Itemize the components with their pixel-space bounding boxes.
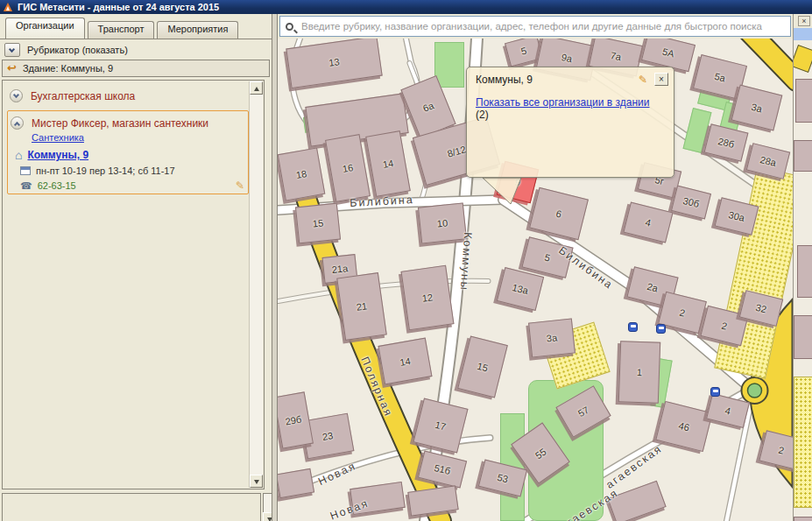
org-title: Мистер Фиксер, магазин сантехники [32, 117, 208, 130]
tab-transport[interactable]: Транспорт [88, 21, 155, 39]
rubricator-row[interactable]: Рубрикатор (показать) [2, 41, 270, 59]
map-building-12[interactable]: 12 [401, 265, 455, 331]
search-bar [278, 14, 793, 39]
building-filter-row[interactable]: ↩ Здание: Коммуны, 9 [2, 60, 270, 77]
title-bar: ГИС Метасити - данные от 24 августа 2015 [0, 0, 812, 14]
strip-close-button[interactable]: × [798, 16, 810, 26]
sidebar: Организации Транспорт Мероприятия Рубрик… [0, 14, 272, 521]
map-building-18[interactable]: 18 [278, 147, 325, 201]
building-filter-label: Здание: Коммуны, 9 [23, 63, 113, 74]
tab-organizations[interactable]: Организации [5, 18, 85, 39]
scroll-up-button[interactable] [250, 81, 263, 95]
tab-divider [0, 39, 272, 39]
popup-show-orgs-link[interactable]: Показать все организации в здании [476, 96, 650, 109]
map-canvas[interactable]: 131816146а8/1259а7а5А5а3а5г30б28б28а30а9… [278, 39, 793, 521]
chevron-down-icon[interactable] [4, 43, 20, 57]
org-card-expanded: Мистер Фиксер, магазин сантехники Сантех… [7, 110, 249, 194]
bus-stop-icon[interactable] [656, 324, 666, 334]
popup-pointer [470, 176, 540, 211]
schedule-icon [20, 166, 31, 175]
park-area [434, 42, 464, 88]
map-popup: Коммуны, 9 ✎ × Показать все организации … [466, 67, 674, 178]
phone-icon: ☎ [20, 181, 32, 190]
search-input[interactable] [300, 20, 785, 32]
edit-pencil-icon[interactable]: ✎ [236, 180, 244, 192]
org-group-collapsed[interactable]: Бухгалтерская школа [10, 89, 135, 102]
home-icon: ⌂ [15, 151, 22, 159]
tab-bar: Организации Транспорт Мероприятия [5, 18, 241, 39]
popup-edit-pencil-icon[interactable]: ✎ [639, 74, 647, 86]
map-building-1[interactable]: 1 [618, 341, 660, 404]
category-link[interactable]: Сантехника [32, 132, 84, 143]
list-scrollbar[interactable] [249, 81, 263, 488]
rubricator-label: Рубрикатор (показать) [27, 45, 128, 55]
org-group-title: Бухгалтерская школа [31, 90, 135, 102]
popup-title: Коммуны, 9 [476, 74, 639, 86]
undo-icon[interactable]: ↩ [7, 64, 17, 73]
scroll-down-button[interactable] [250, 475, 263, 488]
map-building-15[interactable]: 15 [295, 203, 341, 244]
tab-events[interactable]: Мероприятия [157, 21, 238, 39]
expand-icon[interactable] [10, 89, 23, 102]
map-building-3а[interactable]: 3а [528, 318, 575, 357]
collapse-icon[interactable] [11, 116, 24, 130]
app-window: ГИС Метасити - данные от 24 августа 2015… [0, 0, 812, 521]
app-logo-icon [4, 3, 13, 11]
address-link[interactable]: Коммуны, 9 [27, 149, 88, 161]
search-icon [286, 23, 293, 31]
roundabout-island [748, 384, 762, 398]
secondary-panel [2, 493, 261, 521]
organization-list: Бухгалтерская школа Мистер Фиксер, магаз… [2, 80, 265, 489]
bus-stop-icon[interactable] [628, 322, 638, 332]
popup-close-button[interactable]: × [654, 73, 668, 86]
org-hours: пн-пт 10-19 пер 13-14; сб 11-17 [36, 165, 175, 176]
map-building-10[interactable]: 10 [418, 202, 467, 243]
right-strip-panel: × [793, 14, 812, 521]
popup-org-count: (2) [476, 109, 489, 121]
panel-splitter[interactable] [272, 14, 278, 521]
org-phone: 62-63-15 [38, 180, 76, 191]
map-building-21[interactable]: 21 [336, 272, 387, 341]
strip-highlight-row[interactable] [794, 28, 812, 40]
bus-stop-icon[interactable] [710, 387, 720, 397]
window-title: ГИС Метасити - данные от 24 августа 2015 [18, 2, 219, 12]
map-building-14[interactable]: 14 [378, 338, 433, 385]
